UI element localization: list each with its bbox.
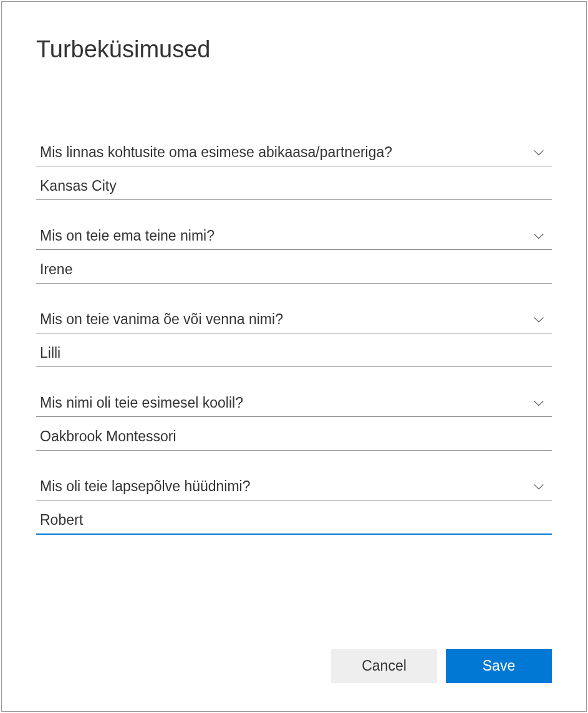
question-dropdown-5[interactable]: Mis oli teie lapsepõlve hüüdnimi? [36,478,552,500]
chevron-down-icon [532,313,546,327]
answer-input-2[interactable] [36,250,552,284]
question-dropdown-3[interactable]: Mis on teie vanima õe või venna nimi? [36,311,552,333]
question-group-5: Mis oli teie lapsepõlve hüüdnimi? [36,478,552,535]
question-text-3: Mis on teie vanima õe või venna nimi? [40,311,283,328]
save-button[interactable]: Save [446,649,552,683]
questions-container: Mis linnas kohtusite oma esimese abikaas… [36,144,552,646]
answer-input-5[interactable] [36,500,552,535]
answer-input-1[interactable] [36,166,552,200]
button-bar: Cancel Save [36,649,552,683]
question-text-2: Mis on teie ema teine nimi? [40,227,214,244]
question-group-3: Mis on teie vanima õe või venna nimi? [36,311,552,367]
question-dropdown-1[interactable]: Mis linnas kohtusite oma esimese abikaas… [36,144,552,166]
cancel-button[interactable]: Cancel [331,649,437,683]
question-group-1: Mis linnas kohtusite oma esimese abikaas… [36,144,552,200]
chevron-down-icon [532,396,546,410]
chevron-down-icon [532,480,546,494]
question-text-1: Mis linnas kohtusite oma esimese abikaas… [40,144,392,161]
dialog-title: Turbeküsimused [36,36,552,63]
question-text-4: Mis nimi oli teie esimesel koolil? [40,395,243,411]
answer-input-3[interactable] [36,333,552,367]
chevron-down-icon [532,146,546,160]
question-group-4: Mis nimi oli teie esimesel koolil? [36,395,552,451]
question-group-2: Mis on teie ema teine nimi? [36,227,552,284]
question-dropdown-4[interactable]: Mis nimi oli teie esimesel koolil? [36,395,552,417]
question-dropdown-2[interactable]: Mis on teie ema teine nimi? [36,227,552,250]
chevron-down-icon [532,229,546,243]
answer-input-4[interactable] [36,417,552,451]
question-text-5: Mis oli teie lapsepõlve hüüdnimi? [40,478,251,495]
security-questions-dialog: Turbeküsimused Mis linnas kohtusite oma … [1,1,587,712]
